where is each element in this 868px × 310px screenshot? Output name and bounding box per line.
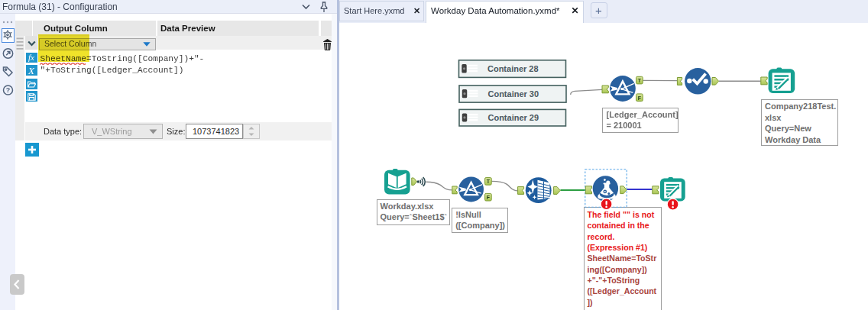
svg-text:Container 28: Container 28 [487, 64, 539, 73]
svg-text:Container 29: Container 29 [487, 113, 539, 122]
svg-text:T: T [487, 179, 491, 184]
svg-text:F: F [638, 95, 642, 101]
svg-text:T: T [638, 78, 642, 83]
svg-text:Container 30: Container 30 [487, 89, 539, 98]
svg-text:F: F [487, 195, 491, 200]
